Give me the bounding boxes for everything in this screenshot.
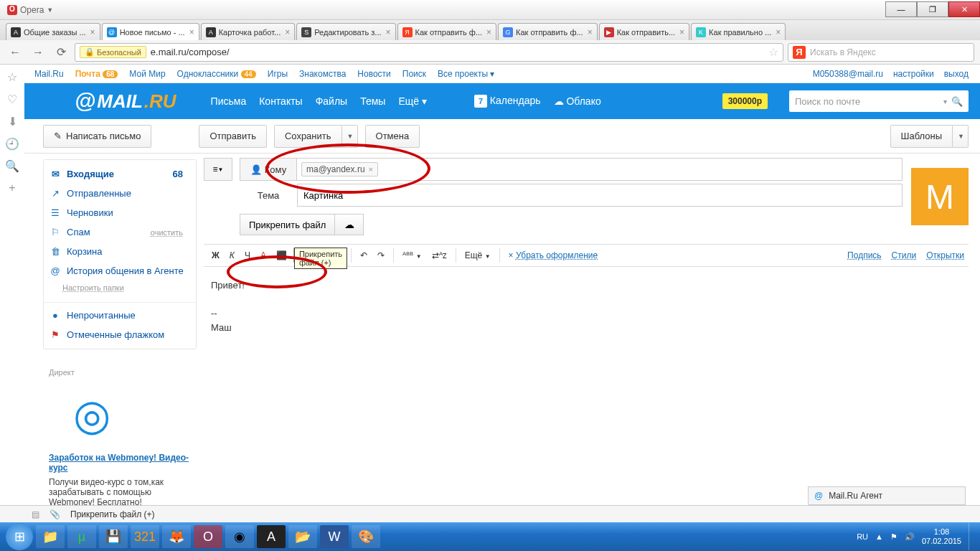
download-icon[interactable]: ⬇ xyxy=(8,115,17,128)
header-letters[interactable]: Письма xyxy=(211,95,247,107)
taskbar-firefox[interactable]: 🦊 xyxy=(162,525,191,548)
tray-clock[interactable]: 1:08 07.02.2015 xyxy=(922,527,961,546)
nav-all-projects[interactable]: Все проекты ▾ xyxy=(438,69,494,79)
compose-button[interactable]: ✎Написать письмо xyxy=(43,125,151,148)
templates-dropdown[interactable]: ▼ xyxy=(953,125,969,148)
close-icon[interactable]: × xyxy=(90,27,95,37)
bookmark-star-icon[interactable]: ☆ xyxy=(768,45,778,59)
taskbar-explorer[interactable]: 📁 xyxy=(36,525,65,548)
tray-volume-icon[interactable]: 🔊 xyxy=(905,532,915,542)
close-icon[interactable]: × xyxy=(588,27,593,37)
mailru-agent-bar[interactable]: @ Mail.Ru Агент xyxy=(808,486,966,505)
to-field-label[interactable]: 👤Кому xyxy=(240,158,297,181)
nav-news[interactable]: Новости xyxy=(357,69,390,79)
close-icon[interactable]: × xyxy=(189,27,194,37)
yandex-search-input[interactable]: Я Искать в Яндекс xyxy=(788,43,974,62)
header-files[interactable]: Файлы xyxy=(316,95,347,107)
underline-button[interactable]: Ч xyxy=(241,248,254,263)
taskbar-folder2[interactable]: 📂 xyxy=(288,525,317,548)
close-icon[interactable]: × xyxy=(285,27,290,37)
header-more[interactable]: Ещё ▾ xyxy=(398,95,427,107)
nav-search[interactable]: Поиск xyxy=(402,69,426,79)
nav-games[interactable]: Игры xyxy=(268,69,288,79)
header-contacts[interactable]: Контакты xyxy=(259,95,302,107)
status-attach-label[interactable]: Прикрепить файл (+) xyxy=(70,509,154,519)
user-email[interactable]: M050388@mail.ru xyxy=(813,69,883,79)
tray-flag-icon[interactable]: ⚑ xyxy=(890,532,897,542)
taskbar-app-a[interactable]: A xyxy=(257,525,286,548)
folder-flagged[interactable]: ⚑Отмеченные флажком xyxy=(44,325,196,344)
nav-dating[interactable]: Знакомства xyxy=(299,69,346,79)
taskbar-utorrent[interactable]: µ xyxy=(67,525,96,548)
logout-link[interactable]: выход xyxy=(944,69,969,79)
browser-tab[interactable]: GКак отправить ф...× xyxy=(498,23,598,40)
signature-link[interactable]: Подпись xyxy=(847,250,882,260)
address-bar[interactable]: 🔒 Безопасный e.mail.ru/compose/ ☆ xyxy=(75,43,783,62)
close-icon[interactable]: × xyxy=(776,27,781,37)
save-dropdown[interactable]: ▼ xyxy=(342,125,358,148)
mailru-logo[interactable]: @MAIL.RU xyxy=(75,89,176,113)
nav-ok[interactable]: Одноклассники 44 xyxy=(177,69,256,79)
spellcheck-button[interactable]: ᴬᴮᴮ ▼ xyxy=(399,248,425,263)
attach-file-button[interactable]: Прикрепить файл xyxy=(240,214,335,235)
taskbar-chrome[interactable]: ◉ xyxy=(225,525,254,548)
taskbar-word[interactable]: W xyxy=(320,525,349,548)
nav-mailru[interactable]: Mail.Ru xyxy=(34,69,64,79)
italic-button[interactable]: К xyxy=(226,248,238,263)
reload-button[interactable]: ⟳ xyxy=(52,43,70,62)
start-button[interactable]: ⊞ xyxy=(6,523,33,550)
add-icon[interactable]: + xyxy=(9,182,15,194)
remove-formatting[interactable]: × Убрать оформление xyxy=(505,248,602,263)
browser-tab[interactable]: AКарточка работ...× xyxy=(201,23,296,40)
folder-spam[interactable]: ⚐Спамочистить xyxy=(44,222,196,242)
close-icon[interactable]: × xyxy=(679,27,684,37)
status-attach-icon[interactable]: 📎 xyxy=(50,509,60,519)
close-icon[interactable]: × xyxy=(386,27,391,37)
mail-search-input[interactable]: Поиск по почте ▾ 🔍 xyxy=(789,90,969,112)
to-field-input[interactable]: ma@yandex.ru× xyxy=(297,158,903,181)
subject-input[interactable] xyxy=(297,184,903,207)
window-close[interactable]: ✕ xyxy=(948,1,980,17)
folder-sent[interactable]: ↗Отправленные xyxy=(44,184,196,203)
back-button[interactable]: ← xyxy=(6,43,24,62)
folder-agent-history[interactable]: @История общения в Агенте xyxy=(44,261,196,281)
configure-folders[interactable]: Настроить папки xyxy=(44,281,130,299)
ad-image[interactable]: ◎ xyxy=(49,382,135,447)
message-body[interactable]: Привет! -- Маш xyxy=(204,267,969,346)
attach-cloud-button[interactable]: ☁ xyxy=(335,214,364,235)
clear-spam[interactable]: очистить xyxy=(151,228,183,237)
nav-moimir[interactable]: Мой Мир xyxy=(129,69,165,79)
forward-button[interactable]: → xyxy=(29,43,47,62)
folder-unread[interactable]: ●Непрочитанные xyxy=(44,306,196,325)
search-icon[interactable]: 🔍 xyxy=(5,159,19,173)
undo-button[interactable]: ↶ xyxy=(357,248,371,263)
cards-link[interactable]: Открытки xyxy=(926,250,964,260)
taskbar-opera[interactable]: O xyxy=(194,525,222,548)
settings-link[interactable]: настройки xyxy=(893,69,934,79)
close-icon[interactable]: × xyxy=(486,27,491,37)
font-color-button[interactable]: A xyxy=(257,248,270,263)
window-minimize[interactable]: — xyxy=(885,1,917,17)
tab-icon[interactable]: ▤ xyxy=(32,509,39,519)
bold-button[interactable]: Ж xyxy=(208,248,223,263)
more-formatting[interactable]: Ещё ▼ xyxy=(461,248,494,263)
window-maximize[interactable]: ❐ xyxy=(917,1,948,17)
taskbar-paint[interactable]: 🎨 xyxy=(352,525,380,548)
promo-banner[interactable]: 300000р xyxy=(722,93,768,109)
translate-button[interactable]: ⇄ᴬz xyxy=(428,248,451,263)
remove-chip-icon[interactable]: × xyxy=(369,165,373,174)
send-button[interactable]: Отправить xyxy=(199,125,266,148)
bookmark-icon[interactable]: ☆ xyxy=(7,70,17,84)
history-icon[interactable]: 🕘 xyxy=(5,137,19,151)
browser-tab[interactable]: ЯКак отправить ф...× xyxy=(397,23,497,40)
nav-mail[interactable]: Почта 68 xyxy=(75,69,118,79)
show-desktop[interactable] xyxy=(969,523,974,550)
save-button[interactable]: Сохранить xyxy=(274,125,342,148)
heart-icon[interactable]: ♡ xyxy=(7,93,17,106)
header-themes[interactable]: Темы xyxy=(360,95,385,107)
folder-trash[interactable]: 🗑Корзина xyxy=(44,242,196,261)
browser-tab[interactable]: ▶Как отправить...× xyxy=(599,23,689,40)
browser-tab[interactable]: KКак правильно ...× xyxy=(691,23,786,40)
taskbar-mpc[interactable]: 321 xyxy=(131,525,159,548)
tray-show-hidden-icon[interactable]: ▲ xyxy=(875,532,883,541)
